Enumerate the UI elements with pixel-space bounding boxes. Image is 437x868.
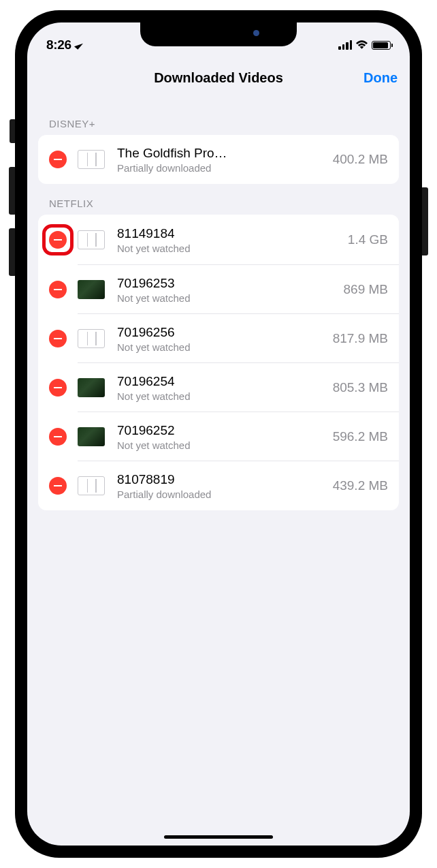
list-item[interactable]: 70196252Not yet watched596.2 MB: [38, 412, 399, 461]
video-thumbnail: [78, 280, 105, 299]
done-button[interactable]: Done: [363, 70, 398, 86]
phone-frame: 8:26 Downloaded Videos Done DISNEY+The G…: [15, 10, 422, 858]
list-item[interactable]: 70196254Not yet watched805.3 MB: [38, 363, 399, 412]
item-text: 70196256Not yet watched: [117, 325, 326, 353]
item-text: 81149184Not yet watched: [117, 226, 341, 254]
item-title: 70196252: [117, 423, 326, 438]
film-icon: [78, 150, 105, 169]
item-subtitle: Not yet watched: [117, 243, 341, 254]
delete-button[interactable]: [49, 428, 67, 446]
film-icon: [78, 476, 105, 495]
item-title: 81149184: [117, 226, 341, 241]
item-title: 70196254: [117, 374, 326, 389]
home-indicator[interactable]: [164, 835, 273, 839]
item-text: 81078819Partially downloaded: [117, 472, 326, 500]
item-size: 596.2 MB: [333, 429, 388, 444]
item-title: 81078819: [117, 472, 326, 487]
film-icon: [78, 230, 105, 249]
item-subtitle: Partially downloaded: [117, 489, 326, 500]
section-header: DISNEY+: [27, 104, 410, 135]
list-item[interactable]: 81078819Partially downloaded439.2 MB: [38, 461, 399, 510]
delete-button[interactable]: [49, 379, 67, 397]
item-subtitle: Not yet watched: [117, 292, 337, 304]
cellular-icon: [338, 40, 352, 50]
screen: 8:26 Downloaded Videos Done DISNEY+The G…: [27, 22, 410, 846]
item-title: The Goldfish Pro…: [117, 146, 326, 161]
item-text: 70196252Not yet watched: [117, 423, 326, 451]
delete-button[interactable]: [49, 231, 67, 249]
item-size: 439.2 MB: [333, 478, 388, 493]
section-header: NETFLIX: [27, 184, 410, 215]
content: DISNEY+The Goldfish Pro…Partially downlo…: [27, 95, 410, 520]
item-size: 805.3 MB: [333, 380, 388, 395]
item-size: 869 MB: [344, 282, 388, 297]
item-title: 70196253: [117, 276, 337, 291]
location-icon: [74, 40, 83, 50]
list-item[interactable]: 70196253Not yet watched869 MB: [38, 265, 399, 314]
film-icon: [78, 329, 105, 348]
item-title: 70196256: [117, 325, 326, 340]
section-group: The Goldfish Pro…Partially downloaded400…: [38, 135, 399, 184]
status-time: 8:26: [46, 37, 71, 52]
item-text: 70196253Not yet watched: [117, 276, 337, 304]
delete-button[interactable]: [49, 281, 67, 298]
video-thumbnail: [78, 427, 105, 446]
wifi-icon: [355, 40, 368, 50]
item-text: 70196254Not yet watched: [117, 374, 326, 402]
notch: [140, 22, 297, 46]
camera-dot: [253, 30, 259, 36]
delete-button[interactable]: [49, 330, 67, 347]
list-item[interactable]: 81149184Not yet watched1.4 GB: [38, 215, 399, 265]
battery-icon: [372, 41, 391, 50]
item-size: 1.4 GB: [348, 232, 388, 247]
item-size: 400.2 MB: [333, 152, 388, 167]
list-item[interactable]: 70196256Not yet watched817.9 MB: [38, 314, 399, 363]
item-subtitle: Not yet watched: [117, 390, 326, 402]
section-group: 81149184Not yet watched1.4 GB70196253Not…: [38, 215, 399, 510]
item-subtitle: Not yet watched: [117, 439, 326, 451]
delete-button[interactable]: [49, 151, 67, 168]
nav-bar: Downloaded Videos Done: [27, 61, 410, 95]
page-title: Downloaded Videos: [154, 70, 283, 86]
item-size: 817.9 MB: [333, 331, 388, 346]
video-thumbnail: [78, 378, 105, 397]
delete-button[interactable]: [49, 477, 67, 495]
highlight-annotation: [42, 224, 74, 255]
item-text: The Goldfish Pro…Partially downloaded: [117, 146, 326, 174]
item-subtitle: Partially downloaded: [117, 162, 326, 174]
list-item[interactable]: The Goldfish Pro…Partially downloaded400…: [38, 135, 399, 184]
item-subtitle: Not yet watched: [117, 341, 326, 353]
